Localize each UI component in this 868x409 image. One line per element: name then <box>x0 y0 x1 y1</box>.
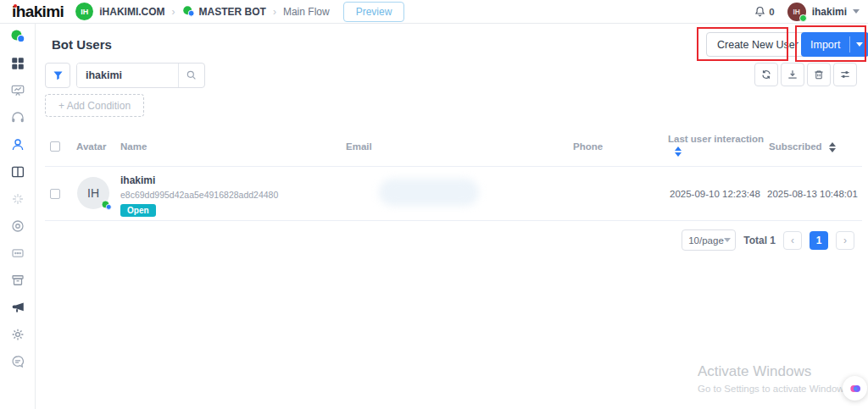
top-bar: ihakimi IH iHAKIMI.COM › MASTER BOT › Ma… <box>0 0 868 24</box>
chevron-down-icon <box>724 238 731 242</box>
windows-activation-watermark: Activate Windows Go to Settings to activ… <box>698 363 852 394</box>
row-last-interaction: 2025-09-10 12:23:48 <box>670 189 760 199</box>
row-avatar: IH <box>77 177 109 209</box>
pagination: 10/page Total 1 ‹ 1 › <box>682 229 854 251</box>
notifications[interactable]: 0 <box>754 5 774 18</box>
watermark-subtitle: Go to Settings to activate Windows. <box>698 384 852 394</box>
page-size-select[interactable]: 10/page <box>682 229 736 251</box>
main-content: Bot Users Create New User Import + Add C… <box>36 24 868 409</box>
current-page-button[interactable]: 1 <box>810 231 828 250</box>
import-button-label[interactable]: Import <box>801 32 849 57</box>
watermark-title: Activate Windows <box>698 363 852 380</box>
sidebar-item-archive-box-icon[interactable] <box>10 273 25 288</box>
page-size-value: 10/page <box>688 235 724 246</box>
status-badge: Open <box>120 204 156 217</box>
sidebar-item-headset-icon[interactable] <box>10 110 25 125</box>
col-phone: Phone <box>573 141 603 152</box>
chevron-down-icon[interactable] <box>853 9 860 14</box>
prev-page-button[interactable]: ‹ <box>783 231 802 250</box>
search-icon <box>186 69 198 81</box>
import-split-button[interactable]: Import <box>801 32 868 57</box>
brand-logo[interactable]: ihakimi <box>12 3 64 21</box>
user-menu-name[interactable]: ihakimi <box>812 6 847 18</box>
avatar-initials: IH <box>87 186 99 200</box>
download-button[interactable] <box>781 63 804 86</box>
row-subscribed: 2025-08-13 10:48:01 <box>767 189 858 199</box>
row-user-id: e8c69dd995d42aa5e4916828add24480 <box>120 190 278 200</box>
notification-count: 0 <box>769 7 774 17</box>
sidebar-item-widget-card-icon[interactable] <box>10 246 25 261</box>
channel-chat-icon <box>101 200 112 211</box>
col-subscribed[interactable]: Subscribed <box>769 141 836 152</box>
filter-button[interactable] <box>45 63 70 88</box>
sidebar-item-bot-users-icon[interactable] <box>10 137 25 152</box>
sidebar-item-dashboard-grid-icon[interactable] <box>10 56 25 71</box>
email-redacted-blur <box>379 179 479 206</box>
col-name: Name <box>120 141 147 152</box>
row-user-name[interactable]: ihakimi <box>120 174 278 186</box>
col-last-interaction[interactable]: Last user interaction <box>668 134 764 157</box>
user-name-cell: ihakimi e8c69dd995d42aa5e4916828add24480… <box>120 174 278 217</box>
sort-icon[interactable] <box>675 146 682 157</box>
breadcrumb-flow[interactable]: Main Flow <box>283 6 330 18</box>
col-last-interaction-label: Last user interaction <box>668 134 764 144</box>
sidebar-item-megaphone-icon[interactable] <box>10 300 25 315</box>
search-submit[interactable] <box>178 64 204 87</box>
table-toolbar <box>754 63 857 86</box>
chevron-down-icon <box>856 42 863 47</box>
table-header: Avatar Name Email Phone Last user intera… <box>45 127 862 167</box>
sidebar-item-columns-layout-icon[interactable] <box>10 164 25 180</box>
import-dropdown-toggle[interactable] <box>850 32 868 57</box>
col-subscribed-label: Subscribed <box>769 141 822 152</box>
breadcrumb-separator: › <box>172 6 175 18</box>
breadcrumb-separator: › <box>273 6 276 18</box>
table-row[interactable]: IH ihakimi e8c69dd995d42aa5e4916828add24… <box>45 167 862 221</box>
bot-chat-icon <box>182 5 195 18</box>
sidebar-item-sparkle-icon[interactable] <box>10 191 25 207</box>
search-box <box>76 63 205 88</box>
sidebar-item-presentation-board-icon[interactable] <box>10 83 25 98</box>
next-page-button[interactable]: › <box>836 231 854 250</box>
workspace-avatar[interactable]: IH <box>75 3 93 20</box>
column-settings-button[interactable] <box>833 63 857 86</box>
assistant-float-button[interactable] <box>843 376 867 401</box>
add-condition-button[interactable]: + Add Condition <box>45 94 144 117</box>
breadcrumb-bot[interactable]: MASTER BOT <box>199 6 266 18</box>
col-email: Email <box>346 141 372 152</box>
refresh-button[interactable] <box>754 63 778 86</box>
brain-icon <box>849 382 862 395</box>
trash-button[interactable] <box>807 63 831 86</box>
sidebar-item-chat-logo-icon[interactable] <box>10 29 25 44</box>
search-input[interactable] <box>77 64 178 87</box>
pagination-total: Total 1 <box>743 235 776 246</box>
preview-button[interactable]: Preview <box>343 2 405 22</box>
select-all-checkbox[interactable] <box>50 141 60 152</box>
page-title: Bot Users <box>52 37 112 52</box>
sidebar-item-gear-icon[interactable] <box>10 327 25 342</box>
sidebar-item-disc-icon[interactable] <box>10 218 25 234</box>
sidebar-nav <box>0 24 36 409</box>
row-checkbox[interactable] <box>50 189 60 199</box>
sort-icon[interactable] <box>829 142 836 152</box>
sidebar-item-comment-icon[interactable] <box>10 354 25 369</box>
breadcrumb-workspace[interactable]: iHAKIMI.COM <box>99 6 164 18</box>
col-avatar: Avatar <box>76 141 106 152</box>
create-new-user-button[interactable]: Create New User <box>706 32 810 57</box>
user-avatar[interactable]: IH <box>787 3 806 21</box>
bell-icon <box>754 5 766 18</box>
